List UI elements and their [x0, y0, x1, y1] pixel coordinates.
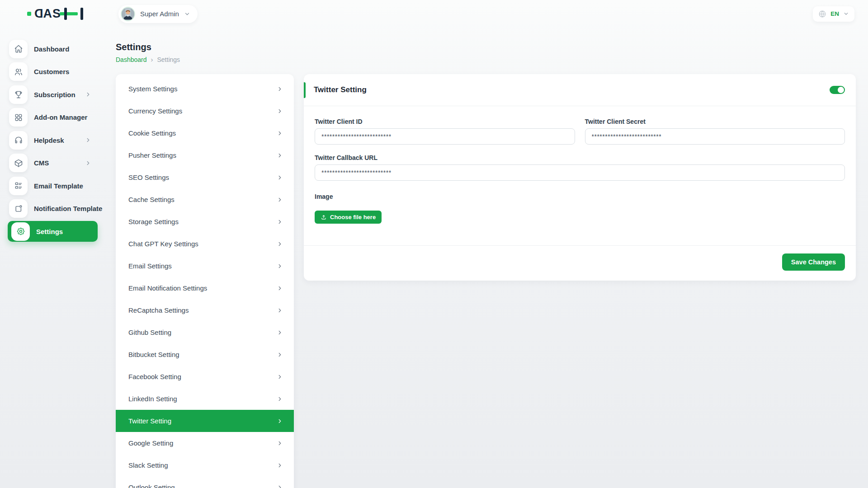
twitter-callback-url-input[interactable]: [315, 164, 845, 181]
language-selector[interactable]: EN: [813, 6, 854, 22]
settings-nav-item-bitbucket-setting[interactable]: Bitbucket Setting: [116, 343, 294, 366]
settings-nav-item-outlook-setting[interactable]: Outlook Setting: [116, 476, 294, 488]
logo-letter-d: D: [34, 7, 43, 21]
twitter-setting-panel: Twitter Setting Twitter Client ID Twitte…: [304, 74, 856, 281]
settings-nav-item-linkedin-setting[interactable]: LinkedIn Setting: [116, 388, 294, 410]
chevron-right-icon: [277, 374, 283, 380]
chevron-right-icon: [277, 418, 283, 424]
twitter-callback-url-label: Twitter Callback URL: [315, 154, 845, 161]
settings-nav-item-slack-setting[interactable]: Slack Setting: [116, 454, 294, 476]
settings-nav-label: Email Settings: [128, 262, 172, 270]
settings-nav-label: ReCaptcha Settings: [128, 306, 189, 314]
sidebar-item-email-template[interactable]: Email Template: [0, 174, 98, 197]
breadcrumb-current: Settings: [157, 56, 180, 63]
settings-nav-item-github-setting[interactable]: Github Setting: [116, 321, 294, 343]
settings-nav-item-pusher-settings[interactable]: Pusher Settings: [116, 144, 294, 166]
chevron-down-icon: [184, 11, 190, 17]
settings-nav-label: Slack Setting: [128, 461, 168, 469]
settings-nav-label: Twitter Setting: [128, 417, 171, 425]
breadcrumb-dashboard-link[interactable]: Dashboard: [116, 56, 147, 63]
chevron-right-icon: [277, 329, 283, 336]
sidebar-item-settings[interactable]: Settings: [8, 221, 98, 242]
chevron-right-icon: [277, 352, 283, 358]
globe-icon: [818, 10, 826, 18]
user-name: Super Admin: [140, 10, 179, 18]
sidebar-item-cms[interactable]: CMS: [0, 152, 98, 175]
user-menu[interactable]: Super Admin: [118, 5, 198, 23]
settings-nav-item-storage-settings[interactable]: Storage Settings: [116, 211, 294, 233]
chevron-right-icon: [85, 91, 91, 98]
settings-nav-label: Cookie Settings: [128, 129, 176, 137]
home-icon: [9, 40, 28, 58]
chevron-right-icon: [277, 263, 283, 269]
sidebar-label: Helpdesk: [34, 136, 64, 144]
breadcrumb-separator: ›: [151, 56, 153, 63]
avatar: [121, 7, 135, 21]
chevron-right-icon: [277, 86, 283, 92]
sidebar-item-dashboard[interactable]: Dashboard: [0, 38, 98, 61]
settings-nav-label: Google Setting: [128, 439, 173, 447]
chevron-right-icon: [277, 108, 283, 114]
trophy-icon: [9, 85, 28, 104]
settings-nav-item-twitter-setting[interactable]: Twitter Setting: [116, 410, 294, 432]
twitter-client-id-input[interactable]: [315, 128, 575, 145]
settings-nav-item-cookie-settings[interactable]: Cookie Settings: [116, 122, 294, 144]
main-content: Settings Dashboard › Settings System Set…: [98, 28, 868, 488]
sidebar-item-helpdesk[interactable]: Helpdesk: [0, 129, 98, 152]
settings-nav-item-currency-settings[interactable]: Currency Settings: [116, 100, 294, 122]
sidebar-label: CMS: [34, 159, 49, 167]
settings-nav-label: Currency Settings: [128, 107, 182, 115]
twitter-client-id-label: Twitter Client ID: [315, 118, 575, 125]
sidebar-item-notification-template[interactable]: Notification Template: [0, 197, 98, 221]
sidebar: Dashboard Customers Subscription Add-on …: [0, 28, 98, 488]
panel-body: Twitter Client ID Twitter Client Secret …: [304, 106, 856, 224]
chevron-right-icon: [277, 396, 283, 402]
settings-nav-item-google-setting[interactable]: Google Setting: [116, 432, 294, 454]
field-twitter-callback-url: Twitter Callback URL: [315, 154, 845, 181]
settings-nav-item-cache-settings[interactable]: Cache Settings: [116, 188, 294, 211]
settings-nav-item-email-notification-settings[interactable]: Email Notification Settings: [116, 277, 294, 299]
settings-nav-label: Storage Settings: [128, 218, 179, 225]
settings-nav-item-recaptcha-settings[interactable]: ReCaptcha Settings: [116, 299, 294, 321]
settings-nav-item-chat-gpt-key-settings[interactable]: Chat GPT Key Settings: [116, 233, 294, 255]
package-icon: [9, 154, 28, 172]
topbar: DAS Super Admin EN: [0, 0, 868, 28]
settings-nav-label: LinkedIn Setting: [128, 395, 177, 403]
upload-icon: [321, 214, 327, 221]
dash-logo[interactable]: DAS: [27, 7, 98, 21]
chevron-right-icon: [277, 152, 283, 159]
logo-letter-h-icon: [64, 8, 83, 20]
sidebar-label: Notification Template: [34, 205, 102, 212]
breadcrumb: Dashboard › Settings: [116, 56, 856, 63]
chevron-down-icon: [843, 11, 849, 17]
settings-nav-label: Cache Settings: [128, 196, 175, 203]
chevron-right-icon: [277, 130, 283, 136]
settings-nav-item-email-settings[interactable]: Email Settings: [116, 255, 294, 277]
choose-file-label: Choose file here: [330, 214, 376, 221]
twitter-enable-toggle[interactable]: [830, 86, 845, 94]
chevron-right-icon: [277, 174, 283, 181]
users-icon: [9, 62, 28, 81]
settings-nav-label: Email Notification Settings: [128, 284, 207, 292]
page-title: Settings: [116, 42, 856, 52]
sidebar-item-addon-manager[interactable]: Add-on Manager: [0, 106, 98, 129]
chevron-right-icon: [85, 160, 91, 166]
save-changes-button[interactable]: Save Changes: [782, 253, 845, 271]
choose-file-button[interactable]: Choose file here: [315, 211, 382, 224]
sidebar-label: Settings: [36, 228, 63, 235]
twitter-client-secret-label: Twitter Client Secret: [585, 118, 845, 125]
sidebar-item-subscription[interactable]: Subscription: [0, 83, 98, 106]
settings-nav-label: Pusher Settings: [128, 151, 176, 159]
settings-nav-item-facebook-setting[interactable]: Facebook Setting: [116, 366, 294, 388]
headphones-icon: [9, 131, 28, 150]
twitter-client-secret-input[interactable]: [585, 128, 845, 145]
settings-nav-item-seo-settings[interactable]: SEO Settings: [116, 166, 294, 188]
chevron-right-icon: [277, 440, 283, 446]
settings-nav-item-system-settings[interactable]: System Settings: [116, 78, 294, 100]
logo-green-dot-icon: [27, 12, 31, 16]
chevron-right-icon: [277, 285, 283, 291]
sidebar-item-customers[interactable]: Customers: [0, 61, 98, 84]
logo-letters-as: AS: [43, 7, 61, 21]
image-label: Image: [315, 193, 845, 200]
chevron-right-icon: [277, 462, 283, 469]
